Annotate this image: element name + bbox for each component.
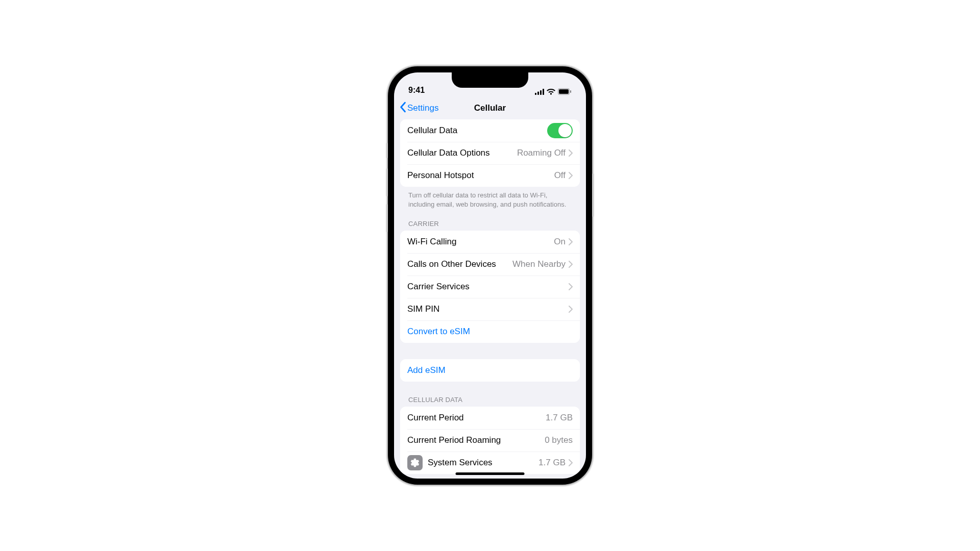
- phone-frame: 9:41 Settings Cellular: [388, 66, 592, 485]
- wifi-icon: [547, 89, 555, 95]
- status-time: 9:41: [408, 86, 425, 95]
- wifi-calling-row[interactable]: Wi-Fi Calling On: [400, 231, 580, 253]
- calls-on-other-devices-value: When Nearby: [512, 259, 566, 269]
- screen: 9:41 Settings Cellular: [394, 72, 586, 479]
- cellular-data-options-value: Roaming Off: [517, 148, 566, 158]
- back-label: Settings: [407, 103, 438, 113]
- chevron-right-icon: [569, 172, 573, 179]
- page-title: Cellular: [474, 103, 506, 113]
- chevron-left-icon: [399, 102, 406, 115]
- wifi-calling-value: On: [554, 237, 566, 247]
- content[interactable]: Cellular Data Cellular Data Options Roam…: [394, 119, 586, 479]
- personal-hotspot-label: Personal Hotspot: [407, 170, 554, 181]
- carrier-group: Wi-Fi Calling On Calls on Other Devices …: [400, 231, 580, 343]
- power-button: [592, 173, 594, 217]
- cellular-main-group: Cellular Data Cellular Data Options Roam…: [400, 119, 580, 187]
- personal-hotspot-row[interactable]: Personal Hotspot Off: [400, 164, 580, 187]
- nav-bar: Settings Cellular: [394, 97, 586, 119]
- cellular-data-footer: Turn off cellular data to restrict all d…: [408, 191, 572, 209]
- svg-rect-3: [543, 89, 544, 95]
- gear-icon: [407, 455, 423, 470]
- current-period-label: Current Period: [407, 413, 546, 423]
- carrier-services-label: Carrier Services: [407, 282, 569, 292]
- battery-icon: [558, 88, 572, 95]
- cellular-data-options-row[interactable]: Cellular Data Options Roaming Off: [400, 142, 580, 164]
- mute-switch: [386, 143, 388, 158]
- status-indicators: [535, 88, 572, 95]
- current-period-value: 1.7 GB: [546, 413, 573, 423]
- current-period-roaming-row[interactable]: Current Period Roaming 0 bytes: [400, 429, 580, 452]
- cellular-data-toggle[interactable]: [547, 123, 573, 138]
- carrier-services-row[interactable]: Carrier Services: [400, 276, 580, 298]
- add-esim-group: Add eSIM: [400, 359, 580, 382]
- back-button[interactable]: Settings: [399, 97, 438, 119]
- svg-rect-0: [535, 93, 536, 95]
- chevron-right-icon: [569, 459, 573, 466]
- chevron-right-icon: [569, 149, 573, 157]
- cellular-usage-header: CELLULAR DATA: [408, 396, 572, 404]
- current-period-row[interactable]: Current Period 1.7 GB: [400, 407, 580, 429]
- calls-on-other-devices-label: Calls on Other Devices: [407, 259, 512, 269]
- cellular-signal-icon: [535, 89, 544, 95]
- cellular-data-row[interactable]: Cellular Data: [400, 119, 580, 142]
- cellular-data-label: Cellular Data: [407, 126, 547, 136]
- notch: [452, 72, 528, 88]
- home-indicator[interactable]: [456, 472, 525, 475]
- calls-on-other-devices-row[interactable]: Calls on Other Devices When Nearby: [400, 253, 580, 276]
- chevron-right-icon: [569, 261, 573, 268]
- system-services-row[interactable]: System Services 1.7 GB: [400, 452, 580, 474]
- carrier-header: CARRIER: [408, 220, 572, 228]
- sim-pin-label: SIM PIN: [407, 304, 569, 314]
- add-esim-label: Add eSIM: [407, 365, 573, 375]
- system-services-label: System Services: [428, 458, 538, 468]
- wifi-calling-label: Wi-Fi Calling: [407, 237, 554, 247]
- add-esim-row[interactable]: Add eSIM: [400, 359, 580, 382]
- chevron-right-icon: [569, 238, 573, 245]
- svg-rect-5: [559, 89, 569, 94]
- volume-up-button: [386, 168, 388, 196]
- chevron-right-icon: [569, 283, 573, 290]
- volume-down-button: [386, 204, 388, 232]
- svg-rect-1: [537, 91, 539, 95]
- personal-hotspot-value: Off: [554, 170, 566, 181]
- convert-to-esim-label: Convert to eSIM: [407, 327, 573, 337]
- convert-to-esim-row[interactable]: Convert to eSIM: [400, 320, 580, 343]
- current-period-roaming-label: Current Period Roaming: [407, 435, 545, 445]
- cellular-data-options-label: Cellular Data Options: [407, 148, 517, 158]
- system-services-value: 1.7 GB: [538, 458, 566, 468]
- svg-rect-2: [540, 90, 542, 95]
- cellular-usage-group: Current Period 1.7 GB Current Period Roa…: [400, 407, 580, 474]
- chevron-right-icon: [569, 306, 573, 313]
- sim-pin-row[interactable]: SIM PIN: [400, 298, 580, 320]
- current-period-roaming-value: 0 bytes: [545, 435, 573, 445]
- svg-rect-6: [570, 90, 571, 93]
